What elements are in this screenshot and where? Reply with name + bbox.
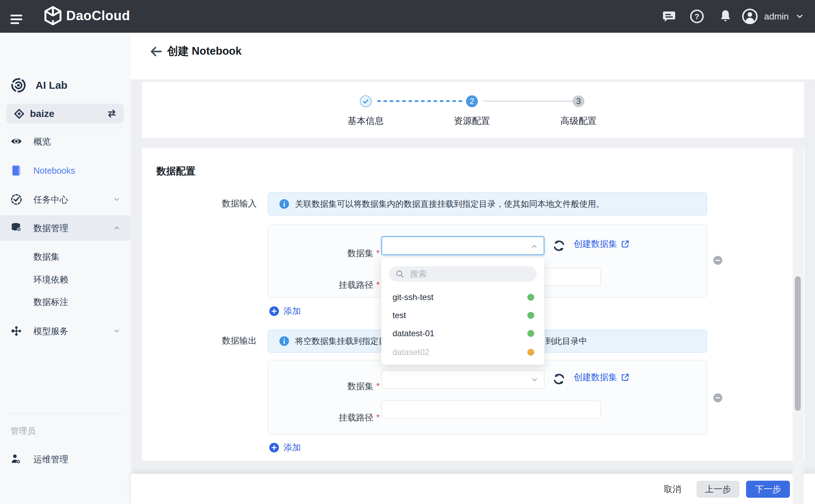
option-label: dataset02 <box>393 347 429 357</box>
section-title: 数据配置 <box>156 165 195 178</box>
sidebar-item-label: 环境依赖 <box>33 274 68 285</box>
sidebar-item-label: 概览 <box>33 136 51 147</box>
step-1-label: 基本信息 <box>324 115 408 127</box>
ops-admin-icon <box>10 453 22 465</box>
step-connector-solid <box>483 101 573 102</box>
scrollbar-thumb[interactable] <box>795 276 801 411</box>
sidebar-item-label: 任务中心 <box>33 194 68 205</box>
dataset-field-label: 数据集* <box>275 247 380 259</box>
sidebar-item-task-center[interactable]: 任务中心 <box>0 187 131 212</box>
dropdown-option-git-ssh-test[interactable]: git-ssh-test <box>381 288 544 306</box>
chevron-up-icon <box>530 243 538 250</box>
sidebar-item-model-service[interactable]: 模型服务 <box>0 318 131 344</box>
mount-path-field-label: 挂载路径* <box>275 412 380 423</box>
sidebar-item-overview[interactable]: 概览 <box>0 129 131 154</box>
page-header: 创建 Notebook <box>131 33 815 79</box>
data-input-label: 数据输入 <box>142 198 257 209</box>
data-output-card: 数据集* 创建数据集 <box>268 360 707 434</box>
remove-data-input-icon[interactable] <box>713 255 723 265</box>
chevron-down-icon <box>531 376 538 384</box>
required-marker: * <box>376 412 380 422</box>
banner-text-left: 将空数据集挂载到指定目 <box>295 336 387 347</box>
dataset-select-input[interactable] <box>381 236 544 255</box>
step-3-label: 高级配置 <box>537 115 620 127</box>
help-icon[interactable]: ? <box>690 9 704 24</box>
sidebar-item-label: 运维管理 <box>33 454 68 465</box>
eye-icon <box>10 135 22 147</box>
step-number: 2 <box>469 96 474 106</box>
task-center-icon <box>10 194 22 205</box>
sidebar-item-label: 数据集 <box>33 251 60 262</box>
step-3-circle: 3 <box>573 95 584 107</box>
wizard-stepper: 2 3 基本信息 资源配置 高级配置 <box>142 82 804 138</box>
model-service-icon <box>10 325 22 337</box>
dropdown-option-datatest-01[interactable]: datatest-01 <box>381 324 544 342</box>
previous-step-button[interactable]: 上一步 <box>697 481 739 498</box>
sidebar-divider <box>6 128 124 128</box>
add-label: 添加 <box>284 305 301 317</box>
info-icon <box>279 336 289 346</box>
next-step-button[interactable]: 下一步 <box>746 481 790 498</box>
notebook-icon <box>10 165 22 176</box>
sidebar-item-ops-management[interactable]: 运维管理 <box>0 447 131 472</box>
chevron-down-icon <box>113 196 121 203</box>
sidebar-item-label: 数据标注 <box>33 296 68 308</box>
check-icon <box>361 97 370 106</box>
banner-text-right: 到此目录中 <box>545 336 587 347</box>
required-marker: * <box>376 248 380 258</box>
add-data-output-button[interactable]: 添加 <box>269 442 301 453</box>
workspace-name: baize <box>30 108 54 119</box>
sidebar-item-datasets[interactable]: 数据集 <box>0 244 131 269</box>
remove-data-output-icon[interactable] <box>713 393 723 403</box>
create-dataset-link[interactable]: 创建数据集 <box>574 238 630 250</box>
step-connector-dashed <box>377 100 465 102</box>
sidebar-item-label: 数据管理 <box>33 222 68 234</box>
option-label: datatest-01 <box>393 329 434 338</box>
cancel-button[interactable]: 取消 <box>657 481 688 498</box>
menu-toggle-icon[interactable] <box>10 14 22 24</box>
step-2-circle: 2 <box>466 95 478 107</box>
required-marker: * <box>376 280 380 290</box>
sidebar-item-env-dependencies[interactable]: 环境依赖 <box>0 267 131 292</box>
wizard-footer: 取消 上一步 下一步 <box>131 474 815 504</box>
workspace-selector[interactable]: baize <box>6 104 124 124</box>
add-label: 添加 <box>284 442 301 453</box>
workspace-switch-icon[interactable] <box>107 109 117 118</box>
status-dot-pending <box>527 349 534 356</box>
refresh-datasets-icon[interactable] <box>552 239 566 253</box>
dropdown-option-dataset02[interactable]: dataset02 <box>381 343 544 361</box>
workspace-icon <box>14 109 24 119</box>
sidebar-item-notebooks[interactable]: Notebooks <box>0 158 131 183</box>
sidebar-item-data-annotation[interactable]: 数据标注 <box>0 289 131 314</box>
brand-logo[interactable]: DaoCloud <box>44 6 130 26</box>
messages-icon[interactable] <box>662 9 676 24</box>
back-arrow-icon[interactable] <box>149 45 163 58</box>
plus-circle-icon <box>269 442 279 453</box>
status-dot-ready <box>527 330 534 337</box>
username-label: admin <box>764 11 789 22</box>
mount-path-input[interactable] <box>381 401 601 419</box>
search-icon <box>395 269 404 278</box>
dataset-select-output[interactable] <box>381 370 544 389</box>
sidebar-item-label: 模型服务 <box>33 325 68 337</box>
add-data-input-button[interactable]: 添加 <box>269 305 301 317</box>
option-label: git-ssh-test <box>393 292 433 302</box>
external-link-icon <box>621 373 630 382</box>
dataset-field-label: 数据集* <box>275 380 380 392</box>
refresh-datasets-icon[interactable] <box>552 372 566 386</box>
create-dataset-link[interactable]: 创建数据集 <box>574 371 630 383</box>
dropdown-option-test[interactable]: test <box>381 306 544 324</box>
plus-circle-icon <box>269 306 279 316</box>
status-dot-ready <box>527 294 534 301</box>
ai-lab-icon <box>10 77 26 93</box>
dropdown-search[interactable] <box>389 266 537 282</box>
user-menu[interactable]: admin <box>742 8 804 24</box>
svg-text:?: ? <box>694 12 699 21</box>
avatar-icon <box>742 8 758 24</box>
search-input[interactable] <box>409 269 526 279</box>
sidebar-item-label: Notebooks <box>33 166 75 176</box>
notifications-bell-icon[interactable] <box>718 9 733 24</box>
step-2-label: 资源配置 <box>430 115 514 127</box>
daocloud-cube-icon <box>44 6 62 26</box>
sidebar-item-data-management[interactable]: 数据管理 <box>0 215 131 241</box>
